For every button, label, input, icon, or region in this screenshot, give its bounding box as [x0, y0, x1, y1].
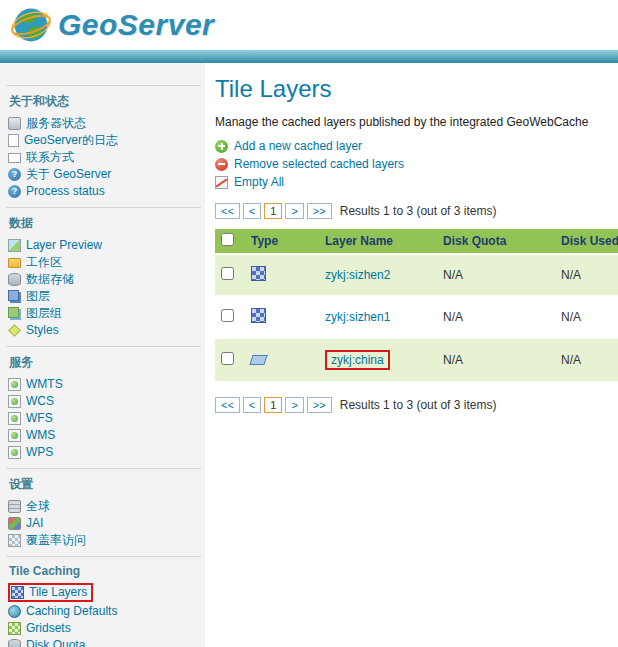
sidebar-item-label: GeoServer的日志 [24, 132, 118, 149]
sidebar-item-about-geoserver[interactable]: 关于 GeoServer [8, 166, 199, 182]
last-page-button[interactable]: >> [307, 203, 332, 219]
empty-all-link[interactable]: Empty All [234, 175, 284, 189]
stores-icon [8, 273, 21, 286]
jai-icon [8, 517, 21, 530]
disk-used-cell: N/A [555, 296, 618, 338]
sidebar-item-label: Caching Defaults [26, 604, 117, 618]
row-checkbox[interactable] [221, 267, 234, 280]
prev-page-button[interactable]: < [243, 203, 261, 219]
process-status-icon [8, 185, 21, 198]
sidebar-section-tile-caching: Tile Caching Tile Layers Caching Default… [6, 556, 201, 647]
sidebar-item-wps[interactable]: WPS [8, 444, 199, 460]
next-page-button[interactable]: > [285, 203, 303, 219]
section-title-services: 服务 [9, 354, 199, 371]
sidebar-item-label: 关于 GeoServer [26, 166, 111, 183]
sidebar-item-contact[interactable]: 联系方式 [8, 149, 199, 165]
tile-layers-table: Type Layer Name Disk Quota Disk Used zyk… [215, 229, 618, 383]
layer-name-link[interactable]: zykj:china [325, 350, 390, 370]
disk-quota-icon [8, 639, 21, 647]
table-row: zykj:sizhen1 N/A N/A [215, 296, 618, 338]
first-page-button[interactable]: << [215, 203, 240, 219]
last-page-button[interactable]: >> [307, 397, 332, 413]
sidebar-section-settings: 设置 全球 JAI 覆盖率访问 [6, 468, 201, 556]
sidebar-item-process-status[interactable]: Process status [8, 183, 199, 199]
current-page-button[interactable]: 1 [264, 203, 282, 219]
sidebar-item-label: 数据存储 [26, 271, 74, 288]
sidebar-item-wcs[interactable]: WCS [8, 393, 199, 409]
sidebar-item-caching-defaults[interactable]: Caching Defaults [8, 603, 199, 619]
disk-used-cell: N/A [555, 338, 618, 382]
row-checkbox[interactable] [221, 309, 234, 322]
sidebar-item-wmts[interactable]: WMTS [8, 376, 199, 392]
workspaces-icon [8, 258, 21, 268]
wps-icon [8, 446, 21, 459]
remove-cached-layers-link[interactable]: Remove selected cached layers [234, 157, 404, 171]
table-row: zykj:sizhen2 N/A N/A [215, 254, 618, 296]
select-all-checkbox[interactable] [221, 233, 234, 246]
sidebar-item-gridsets[interactable]: Gridsets [8, 620, 199, 636]
empty-all-icon [215, 176, 228, 189]
vector-type-icon [249, 355, 267, 365]
app-header: GeoServer [0, 0, 618, 50]
sidebar-item-label: WFS [26, 411, 53, 425]
prev-page-button[interactable]: < [243, 397, 261, 413]
current-page-button[interactable]: 1 [264, 397, 282, 413]
sidebar-item-layer-groups[interactable]: 图层组 [8, 305, 199, 321]
sidebar-item-label: 服务器状态 [26, 115, 86, 132]
server-status-icon [8, 117, 21, 130]
sidebar-item-server-status[interactable]: 服务器状态 [8, 115, 199, 131]
sidebar-item-label: WCS [26, 394, 54, 408]
geoserver-logo[interactable]: GeoServer [10, 4, 214, 46]
wfs-icon [8, 412, 21, 425]
sidebar-item-label: WMTS [26, 377, 63, 391]
wms-icon [8, 429, 21, 442]
logs-icon [8, 134, 19, 147]
sidebar-item-label: 工作区 [26, 254, 62, 271]
gridsets-icon [8, 622, 21, 635]
next-page-button[interactable]: > [285, 397, 303, 413]
column-header-disk-used[interactable]: Disk Used [555, 229, 618, 254]
sidebar-item-label: 图层组 [26, 305, 62, 322]
section-title-tile-caching: Tile Caching [9, 564, 199, 578]
first-page-button[interactable]: << [215, 397, 240, 413]
row-checkbox[interactable] [221, 352, 234, 365]
sidebar-item-label: 全球 [26, 498, 50, 515]
layer-preview-icon [8, 239, 21, 252]
sidebar-item-label: WPS [26, 445, 53, 459]
results-summary: Results 1 to 3 (out of 3 items) [340, 204, 497, 218]
sidebar-item-label: Styles [26, 323, 59, 337]
sidebar-item-stores[interactable]: 数据存储 [8, 271, 199, 287]
sidebar-item-geoserver-logs[interactable]: GeoServer的日志 [8, 132, 199, 148]
sidebar-item-wfs[interactable]: WFS [8, 410, 199, 426]
layer-name-link[interactable]: zykj:sizhen1 [325, 310, 390, 324]
sidebar-section-data: 数据 Layer Preview 工作区 数据存储 图层 图层组 [6, 207, 201, 346]
add-cached-layer-link[interactable]: Add a new cached layer [234, 139, 362, 153]
sidebar: 关于和状态 服务器状态 GeoServer的日志 联系方式 关于 GeoServ… [0, 63, 205, 647]
header-divider-bar [0, 50, 618, 63]
sidebar-item-label: Layer Preview [26, 238, 102, 252]
disk-quota-cell: N/A [437, 338, 555, 382]
sidebar-item-label: 覆盖率访问 [26, 532, 86, 549]
table-row: zykj:china N/A N/A [215, 338, 618, 382]
sidebar-item-wms[interactable]: WMS [8, 427, 199, 443]
column-header-type[interactable]: Type [245, 229, 319, 254]
caching-defaults-icon [8, 605, 21, 618]
sidebar-section-services: 服务 WMTS WCS WFS WMS WPS [6, 346, 201, 468]
layer-name-link[interactable]: zykj:sizhen2 [325, 268, 390, 282]
sidebar-item-label: JAI [26, 516, 43, 530]
sidebar-item-global-settings[interactable]: 全球 [8, 498, 199, 514]
column-header-layer-name[interactable]: Layer Name [319, 229, 437, 254]
sidebar-item-label: 图层 [26, 288, 50, 305]
sidebar-item-workspaces[interactable]: 工作区 [8, 254, 199, 270]
sidebar-item-styles[interactable]: Styles [8, 322, 199, 338]
tile-layers-icon [11, 586, 24, 599]
sidebar-item-jai[interactable]: JAI [8, 515, 199, 531]
add-cached-layer-action: Add a new cached layer [215, 139, 618, 153]
sidebar-item-coverage-access[interactable]: 覆盖率访问 [8, 532, 199, 548]
sidebar-item-layers[interactable]: 图层 [8, 288, 199, 304]
sidebar-item-layer-preview[interactable]: Layer Preview [8, 237, 199, 253]
sidebar-item-tile-layers[interactable]: Tile Layers [8, 583, 93, 602]
sidebar-item-disk-quota[interactable]: Disk Quota [8, 637, 199, 647]
column-header-disk-quota[interactable]: Disk Quota [437, 229, 555, 254]
wcs-icon [8, 395, 21, 408]
